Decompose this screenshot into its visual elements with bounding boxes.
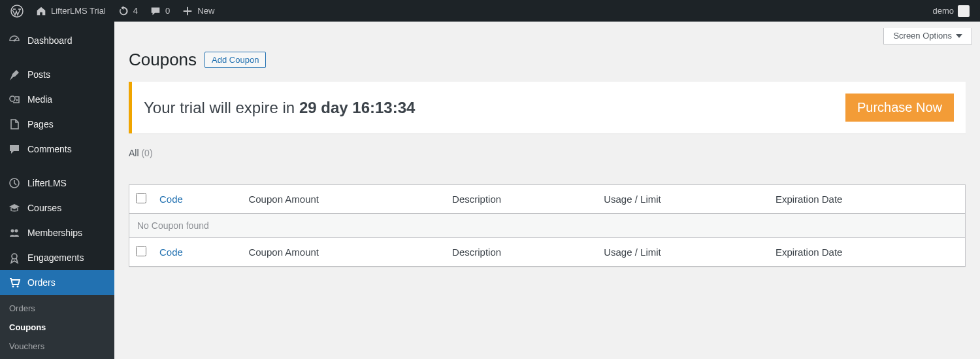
sidebar-item-memberships[interactable]: Memberships	[0, 220, 114, 245]
select-all-checkbox-footer[interactable]	[136, 246, 146, 256]
main-content: Screen Options Coupons Add Coupon Your t…	[114, 0, 980, 267]
new-label: New	[197, 6, 214, 16]
sidebar-item-pages[interactable]: Pages	[0, 112, 114, 137]
purchase-now-button[interactable]: Purchase Now	[845, 94, 954, 122]
column-amount-footer: Coupon Amount	[242, 238, 446, 267]
page-title: Coupons	[129, 50, 197, 70]
lifterlms-icon	[8, 177, 21, 190]
media-icon	[8, 93, 21, 106]
column-expiration-footer: Expiration Date	[769, 238, 966, 267]
svg-point-5	[15, 230, 18, 233]
sidebar-item-comments[interactable]: Comments	[0, 137, 114, 162]
svg-point-1	[14, 40, 16, 42]
new-content-link[interactable]: New	[176, 0, 220, 22]
sidebar-item-dashboard[interactable]: Dashboard	[0, 28, 114, 53]
sidebar-item-lifterlms[interactable]: LifterLMS	[0, 171, 114, 196]
wp-logo[interactable]	[5, 0, 29, 22]
sidebar-item-label: LifterLMS	[27, 178, 67, 188]
column-expiration: Expiration Date	[769, 185, 966, 214]
update-icon	[118, 5, 129, 17]
trial-notice: Your trial will expire in 29 day 16:13:3…	[129, 82, 966, 133]
updates-count: 4	[133, 6, 138, 16]
filter-all-link[interactable]: All (0)	[129, 148, 153, 158]
sidebar-item-engagements[interactable]: Engagements	[0, 245, 114, 270]
comments-link[interactable]: 0	[144, 0, 175, 22]
svg-point-2	[10, 96, 15, 101]
home-icon	[35, 5, 47, 17]
table-empty-row: No Coupon found	[129, 214, 966, 238]
filter-all-count: (0)	[141, 148, 152, 158]
sidebar-item-courses[interactable]: Courses	[0, 196, 114, 220]
sidebar-item-orders[interactable]: Orders	[0, 270, 114, 295]
column-description: Description	[446, 185, 597, 214]
pin-icon	[8, 68, 21, 81]
award-icon	[8, 251, 21, 264]
dashboard-icon	[8, 34, 21, 47]
column-code[interactable]: Code	[159, 194, 183, 205]
empty-message: No Coupon found	[129, 214, 966, 238]
sidebar-item-posts[interactable]: Posts	[0, 62, 114, 87]
sidebar-item-label: Media	[27, 94, 52, 105]
sidebar-item-label: Courses	[27, 203, 61, 213]
grad-cap-icon	[8, 201, 21, 214]
trial-text: Your trial will expire in 29 day 16:13:3…	[144, 99, 415, 117]
add-coupon-button[interactable]: Add Coupon	[204, 52, 266, 68]
cart-icon	[8, 276, 21, 289]
coupons-table: Code Coupon Amount Description Usage / L…	[129, 184, 966, 267]
trial-prefix: Your trial will expire in	[144, 99, 299, 116]
sidebar-item-label: Pages	[27, 119, 54, 129]
updates-link[interactable]: 4	[112, 0, 143, 22]
submenu-item-coupons[interactable]: Coupons	[0, 318, 114, 337]
plus-icon	[182, 5, 193, 17]
sidebar-item-label: Posts	[27, 69, 50, 80]
comment-icon	[8, 143, 21, 156]
avatar	[958, 5, 970, 17]
my-account-link[interactable]: demo	[927, 0, 975, 22]
svg-point-7	[12, 286, 14, 288]
trial-countdown: 29 day 16:13:34	[299, 99, 415, 116]
svg-point-4	[11, 230, 14, 233]
wordpress-icon	[10, 5, 24, 18]
column-usage: Usage / Limit	[597, 185, 769, 214]
comment-bubble-icon	[150, 5, 161, 17]
status-filter: All (0)	[129, 148, 966, 158]
select-all-checkbox[interactable]	[136, 193, 146, 203]
comments-count: 0	[165, 6, 170, 16]
chevron-down-icon	[956, 34, 962, 38]
sidebar-item-label: Comments	[27, 144, 72, 154]
sidebar-item-label: Dashboard	[27, 35, 73, 46]
page-icon	[8, 118, 21, 131]
site-name-link[interactable]: LifterLMS Trial	[30, 0, 111, 22]
admin-sidebar: Dashboard Posts Media Pages Comments Lif…	[0, 22, 114, 359]
site-title: LifterLMS Trial	[51, 6, 106, 16]
group-icon	[8, 226, 21, 239]
sidebar-submenu: Orders Coupons Vouchers	[0, 295, 114, 359]
submenu-item-vouchers[interactable]: Vouchers	[0, 337, 114, 356]
sidebar-item-media[interactable]: Media	[0, 87, 114, 112]
submenu-item-orders[interactable]: Orders	[0, 299, 114, 318]
column-usage-footer: Usage / Limit	[597, 238, 769, 267]
svg-point-6	[12, 254, 17, 259]
sidebar-item-label: Engagements	[27, 252, 84, 263]
user-display-name: demo	[932, 6, 954, 16]
column-code-footer[interactable]: Code	[159, 247, 183, 258]
svg-point-8	[17, 286, 19, 288]
screen-options-label: Screen Options	[893, 31, 952, 41]
admin-bar: LifterLMS Trial 4 0 New demo	[0, 0, 980, 22]
column-amount: Coupon Amount	[242, 185, 446, 214]
column-description-footer: Description	[446, 238, 597, 267]
screen-options-toggle[interactable]: Screen Options	[883, 28, 972, 44]
sidebar-item-label: Memberships	[27, 228, 82, 238]
sidebar-item-label: Orders	[27, 277, 56, 288]
